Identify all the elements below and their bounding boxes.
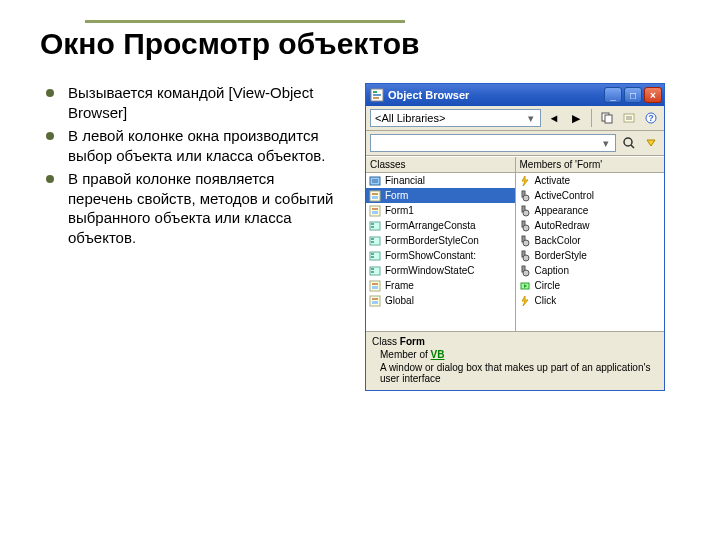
view-definition-button[interactable] <box>620 109 638 127</box>
svg-rect-1 <box>373 91 377 93</box>
list-item[interactable]: Appearance <box>516 203 665 218</box>
list-item[interactable]: FormShowConstant: <box>366 248 515 263</box>
list-item[interactable]: Global <box>366 293 515 308</box>
chevron-down-icon: ▾ <box>524 112 538 125</box>
bullet-list: Вызывается командой [View-Object Browser… <box>40 83 340 391</box>
svg-point-43 <box>523 210 529 216</box>
list-item[interactable]: Frame <box>366 278 515 293</box>
svg-rect-26 <box>371 238 374 240</box>
list-item[interactable]: BorderStyle <box>516 248 665 263</box>
svg-point-11 <box>624 138 632 146</box>
member-name: Appearance <box>535 205 589 216</box>
member-icon <box>519 205 531 217</box>
chevron-down-icon: ▾ <box>599 137 613 150</box>
svg-point-49 <box>523 255 529 261</box>
class-icon <box>369 265 381 277</box>
bullet-dot <box>46 89 54 97</box>
svg-line-12 <box>631 145 634 148</box>
class-icon <box>369 190 381 202</box>
list-item[interactable]: FormArrangeConsta <box>366 218 515 233</box>
member-name: Click <box>535 295 557 306</box>
app-icon <box>370 88 384 102</box>
list-item[interactable]: Form <box>366 188 515 203</box>
svg-rect-35 <box>372 283 378 285</box>
separator <box>591 109 592 127</box>
info-description: A window or dialog box that makes up par… <box>380 362 658 384</box>
list-item[interactable]: Click <box>516 293 665 308</box>
list-item[interactable]: Circle <box>516 278 665 293</box>
member-name: ActiveControl <box>535 190 594 201</box>
minimize-button[interactable]: _ <box>604 87 622 103</box>
list-item[interactable]: Financial <box>366 173 515 188</box>
member-name: AutoRedraw <box>535 220 590 231</box>
class-name: FormShowConstant: <box>385 250 476 261</box>
member-icon <box>519 265 531 277</box>
bullet-dot <box>46 132 54 140</box>
class-icon <box>369 235 381 247</box>
class-name: Form <box>385 190 408 201</box>
svg-rect-20 <box>372 208 378 210</box>
list-item[interactable]: BackColor <box>516 233 665 248</box>
search-combo[interactable]: ▾ <box>370 134 616 152</box>
svg-rect-39 <box>372 301 378 304</box>
member-icon <box>519 280 531 292</box>
svg-point-41 <box>523 195 529 201</box>
member-name: Circle <box>535 280 561 291</box>
class-name: Financial <box>385 175 425 186</box>
slide-title: Окно Просмотр объектов <box>40 27 680 61</box>
library-combo-value: <All Libraries> <box>375 112 445 124</box>
svg-rect-33 <box>371 271 374 273</box>
class-name: FormBorderStyleCon <box>385 235 479 246</box>
svg-rect-5 <box>605 115 612 123</box>
title-rule <box>85 20 405 23</box>
list-item[interactable]: FormWindowStateC <box>366 263 515 278</box>
svg-rect-23 <box>371 223 374 225</box>
search-bar: ▾ <box>366 131 664 156</box>
library-combo[interactable]: <All Libraries> ▾ <box>370 109 541 127</box>
svg-point-51 <box>523 270 529 276</box>
class-name: FormWindowStateC <box>385 265 474 276</box>
members-list[interactable]: ActivateActiveControlAppearanceAutoRedra… <box>516 173 665 331</box>
svg-rect-38 <box>372 298 378 300</box>
info-class-name: Form <box>400 336 425 347</box>
list-item[interactable]: Form1 <box>366 203 515 218</box>
list-item[interactable]: FormBorderStyleCon <box>366 233 515 248</box>
search-button[interactable] <box>620 134 638 152</box>
class-name: Frame <box>385 280 414 291</box>
svg-point-47 <box>523 240 529 246</box>
svg-point-45 <box>523 225 529 231</box>
svg-rect-2 <box>373 94 381 96</box>
member-icon <box>519 175 531 187</box>
close-button[interactable]: × <box>644 87 662 103</box>
member-icon <box>519 235 531 247</box>
nav-forward-button[interactable]: ▶ <box>567 109 585 127</box>
bullet-text: В левой колонке окна производится выбор … <box>68 126 340 165</box>
titlebar: Object Browser _ □ × <box>366 84 664 106</box>
window-title: Object Browser <box>388 89 602 101</box>
class-name: Global <box>385 295 414 306</box>
maximize-button[interactable]: □ <box>624 87 642 103</box>
class-icon <box>369 205 381 217</box>
nav-back-button[interactable]: ◄ <box>545 109 563 127</box>
svg-rect-17 <box>372 193 378 195</box>
members-pane: Members of 'Form' ActivateActiveControlA… <box>516 157 665 331</box>
list-item[interactable]: Caption <box>516 263 665 278</box>
bullet-text: Вызывается командой [View-Object Browser… <box>68 83 340 122</box>
member-name: Activate <box>535 175 571 186</box>
member-icon <box>519 250 531 262</box>
class-icon <box>369 280 381 292</box>
list-item[interactable]: AutoRedraw <box>516 218 665 233</box>
svg-rect-18 <box>372 196 378 199</box>
list-item[interactable]: ActiveControl <box>516 188 665 203</box>
list-item[interactable]: Activate <box>516 173 665 188</box>
info-class-label: Class <box>372 336 397 347</box>
classes-list[interactable]: FinancialFormForm1FormArrangeConstaFormB… <box>366 173 515 331</box>
info-member-link[interactable]: VB <box>431 349 445 360</box>
copy-button[interactable] <box>598 109 616 127</box>
svg-rect-27 <box>371 241 374 243</box>
help-button[interactable]: ? <box>642 109 660 127</box>
show-results-button[interactable] <box>642 134 660 152</box>
svg-rect-30 <box>371 256 374 258</box>
member-name: BackColor <box>535 235 581 246</box>
class-icon <box>369 220 381 232</box>
